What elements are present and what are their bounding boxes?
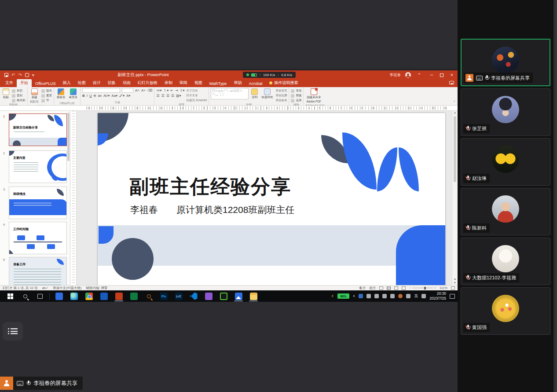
running-photos[interactable]	[231, 290, 246, 302]
qat-dropdown-icon[interactable]: ▾	[32, 73, 34, 77]
layout-button[interactable]: 版式	[41, 89, 52, 93]
redo-icon[interactable]: ↷	[18, 73, 22, 77]
select-button[interactable]: 选择	[291, 99, 301, 103]
smartart-button[interactable]: 转换为 SmartArt	[187, 99, 207, 103]
slide-thumbnail-panel[interactable]: 1 副班主任经验分享 2	[0, 111, 70, 285]
slide-sorter-icon[interactable]	[387, 286, 391, 290]
tab-animations[interactable]: 动画	[119, 79, 134, 87]
zoom-slider[interactable]: −+	[409, 286, 436, 290]
justify-icon[interactable]: ☰	[171, 94, 174, 98]
shrink-font-icon[interactable]: A˅	[141, 88, 146, 92]
network-icon[interactable]	[366, 294, 371, 298]
battery-percent[interactable]: 96%	[337, 293, 349, 299]
ribbon-display-options-icon[interactable]: ⌃	[415, 73, 423, 77]
normal-view-icon[interactable]	[379, 286, 383, 290]
pinned-everything[interactable]	[141, 290, 156, 302]
quick-styles-button[interactable]: 快速样式	[260, 88, 274, 100]
vertical-scrollbar[interactable]: ▲ ▲ ▼	[452, 111, 458, 285]
reset-button[interactable]: 重置	[41, 94, 52, 98]
zoom-level[interactable]: 111%	[440, 286, 447, 290]
tab-design[interactable]: 设计	[89, 79, 104, 87]
running-powerpoint[interactable]	[111, 290, 126, 302]
case-button[interactable]: Aa▾	[111, 94, 117, 98]
account-name[interactable]: 李祖春	[390, 73, 401, 78]
italic-button[interactable]: I	[87, 94, 88, 98]
task-view-button[interactable]	[33, 290, 48, 302]
slide-thumbnail-3[interactable]: 班级情况	[9, 187, 67, 219]
pinned-photoshop[interactable]: Ps	[156, 290, 171, 302]
running-explorer[interactable]	[246, 290, 261, 302]
shape-effects-button[interactable]: 形状效果	[275, 99, 287, 103]
tray-app-icon[interactable]	[359, 294, 363, 298]
indent-decrease-icon[interactable]: ⇤	[170, 88, 173, 92]
slide-1-canvas[interactable]: 副班主任经验分享 李祖春 原计算机类12208班副班主任	[98, 113, 445, 285]
notes-button[interactable]: 备注	[359, 286, 366, 290]
tab-transitions[interactable]: 切换	[104, 79, 119, 87]
font-name-select[interactable]	[82, 88, 120, 93]
section-button[interactable]: 节	[41, 99, 52, 103]
scroll-up-icon[interactable]: ▲	[452, 111, 458, 114]
slideshow-icon[interactable]	[402, 286, 406, 290]
close-button[interactable]: ×	[448, 73, 456, 77]
spacing-button[interactable]: AV▾	[103, 94, 110, 98]
reading-view-icon[interactable]	[394, 286, 398, 290]
pinned-capture-app[interactable]	[216, 290, 231, 302]
pinned-lightroom[interactable]: LrC	[171, 290, 186, 302]
create-pdf-button[interactable]: 创建并共享Adobe PDF	[305, 88, 322, 103]
spellcheck-icon[interactable]: ab✓	[42, 286, 49, 290]
browser-tray-icon[interactable]	[398, 294, 403, 298]
participant-tile[interactable]: 赵汝琳	[461, 138, 550, 186]
grow-font-icon[interactable]: A˄	[135, 88, 139, 92]
numbering-button[interactable]: ⒈▾	[163, 88, 169, 93]
clear-format-icon[interactable]: ⌫	[147, 88, 152, 92]
tab-record[interactable]: 录制	[161, 79, 176, 87]
sidebar-scrollbar[interactable]	[553, 0, 557, 392]
copy-button[interactable]: 复制	[12, 94, 26, 98]
search-button[interactable]	[18, 290, 33, 302]
tab-file[interactable]: 文件	[2, 79, 17, 87]
restore-button[interactable]	[440, 73, 443, 77]
comments-button[interactable]: 批注	[369, 286, 376, 290]
scrollbar-thumb[interactable]	[454, 116, 456, 182]
participant-tile-sharer[interactable]: 李祖春的屏幕共享	[461, 39, 550, 86]
template-library-button[interactable]: 模板库	[56, 88, 66, 100]
arrange-button[interactable]: 排列	[250, 88, 259, 100]
microphone-tray-icon[interactable]	[382, 294, 387, 298]
bullets-button[interactable]: ≔▾	[156, 88, 161, 92]
tab-help[interactable]: 帮助	[230, 79, 245, 87]
minimize-button[interactable]: ─	[428, 73, 436, 77]
slide-thumbnail-5[interactable]: 准备工作	[9, 257, 67, 285]
previous-slide-icon[interactable]: ▲	[452, 277, 458, 280]
next-slide-icon[interactable]: ▼	[452, 281, 458, 284]
participant-tile[interactable]: 大数据12102-李筱雅	[461, 238, 550, 285]
slide-thumbnail-2[interactable]: 主要内容	[9, 150, 67, 183]
pinned-word[interactable]	[96, 290, 111, 302]
pinned-excel[interactable]	[126, 290, 141, 302]
paste-button[interactable]: 粘贴	[2, 88, 10, 100]
start-button[interactable]	[3, 290, 18, 302]
align-center-icon[interactable]: ☰	[161, 94, 165, 98]
tab-slideshow[interactable]: 幻灯片放映	[134, 79, 161, 87]
line-spacing-icon[interactable]: ⇳▾	[180, 88, 185, 92]
underline-button[interactable]: U	[89, 94, 92, 98]
tell-me-search[interactable]: 操作说明搜索	[266, 79, 301, 87]
tab-review[interactable]: 审阅	[176, 79, 191, 87]
fit-to-window-icon[interactable]	[451, 286, 455, 290]
indent-increase-icon[interactable]: ⇥	[175, 88, 178, 92]
pinned-visualstudio[interactable]	[201, 290, 216, 302]
slide-thumbnail-1[interactable]: 副班主任经验分享	[9, 114, 67, 146]
comments-bubble-icon[interactable]	[449, 81, 454, 84]
align-left-icon[interactable]: ☰	[156, 94, 159, 98]
align-text-button[interactable]: 对齐文本	[187, 94, 207, 98]
ime-indicator[interactable]: 英	[414, 293, 418, 299]
pinned-vscode[interactable]	[186, 290, 201, 302]
shapes-gallery[interactable]: ▢○△◇⟋⟍ ▭⬠⬡☆ ◠◡〔〕	[211, 88, 249, 99]
find-button[interactable]: 查找	[291, 89, 301, 93]
strikethrough-button[interactable]: S	[94, 94, 96, 98]
font-size-select[interactable]	[122, 88, 133, 93]
participant-tile[interactable]: 陈新科	[461, 188, 550, 235]
usb-icon[interactable]	[406, 294, 410, 298]
tab-insert[interactable]: 插入	[59, 79, 74, 87]
tab-acrobat[interactable]: Acrobat	[245, 81, 266, 87]
align-right-icon[interactable]: ☰	[166, 94, 169, 98]
